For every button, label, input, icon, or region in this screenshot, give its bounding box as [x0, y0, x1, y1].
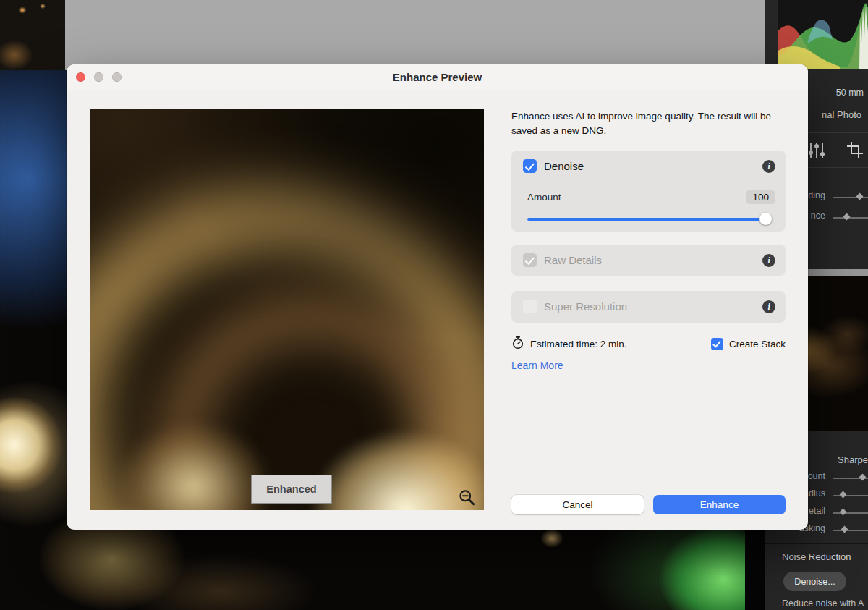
dialog-title: Enhance Preview: [67, 64, 808, 90]
zoom-button[interactable]: [112, 72, 122, 82]
raw-details-checkbox: [523, 253, 537, 267]
denoise-checkbox[interactable]: [523, 159, 537, 173]
learn-more-link[interactable]: Learn More: [511, 360, 563, 371]
histogram[interactable]: [778, 0, 868, 69]
slider-handle[interactable]: [859, 474, 867, 481]
slider-track[interactable]: [833, 495, 868, 496]
create-stack-group: Create Stack: [711, 338, 786, 350]
raw-details-label: Raw Details: [544, 254, 755, 266]
edit-sliders-icon[interactable]: [807, 141, 826, 163]
info-icon[interactable]: i: [762, 300, 775, 313]
cancel-button[interactable]: Cancel: [511, 495, 644, 514]
denoise-card: Denoise i Amount 100: [511, 151, 786, 232]
slider-handle[interactable]: [856, 193, 864, 200]
photo-version-selector[interactable]: nal Photo: [822, 109, 861, 120]
bokeh-dot: [537, 526, 567, 551]
super-resolution-label: Super Resolution: [544, 300, 755, 313]
amount-row: Amount 100: [527, 190, 775, 204]
slider-track[interactable]: [833, 512, 868, 514]
super-resolution-checkbox: [523, 300, 537, 313]
info-icon[interactable]: i: [762, 254, 775, 267]
amount-value[interactable]: 100: [746, 190, 775, 204]
denoise-panel-button[interactable]: Denoise...: [783, 572, 846, 591]
preview-image[interactable]: Enhanced: [90, 109, 484, 510]
sharpen-section-header: Sharpe: [838, 454, 868, 465]
photo-corner: [0, 0, 65, 70]
slider-track[interactable]: [833, 530, 868, 531]
street-light: [39, 3, 46, 9]
denoise-label: Denoise: [544, 160, 755, 172]
enhance-button[interactable]: Enhance: [653, 495, 786, 514]
amount-slider[interactable]: [527, 218, 770, 221]
noise-reduction-caption: Reduce noise with A: [782, 598, 864, 609]
slider-thumb[interactable]: [760, 213, 772, 225]
minimize-button[interactable]: [94, 72, 103, 82]
zoom-out-icon[interactable]: [459, 489, 476, 507]
vignette: [90, 109, 484, 510]
slider-handle[interactable]: [841, 526, 848, 533]
create-stack-label: Create Stack: [729, 339, 786, 350]
divider: [765, 543, 868, 544]
info-icon[interactable]: i: [762, 160, 775, 173]
dialog-description: Enhance uses AI to improve image quality…: [511, 109, 786, 137]
slider-handle[interactable]: [843, 213, 851, 221]
close-button[interactable]: [76, 72, 85, 82]
slider-track[interactable]: [833, 217, 868, 219]
street-light-glow: [0, 36, 38, 70]
raw-details-card: Raw Details i: [511, 245, 786, 276]
amount-label: Amount: [527, 192, 561, 203]
super-resolution-card: Super Resolution i: [511, 291, 786, 323]
focal-length: 50 mm: [836, 88, 864, 98]
crop-icon[interactable]: [846, 141, 864, 161]
enhance-preview-dialog: Enhance Preview Enhanced Enhance uses AI…: [67, 64, 808, 530]
noise-reduction-header: Noise Reduction: [782, 551, 851, 562]
slider-handle[interactable]: [840, 509, 847, 516]
estimated-time-text: Estimated time: 2 min.: [530, 339, 627, 350]
stopwatch-icon: [511, 336, 524, 352]
dialog-titlebar[interactable]: Enhance Preview: [67, 64, 808, 90]
slider-handle[interactable]: [840, 491, 847, 499]
enhanced-badge: Enhanced: [251, 475, 332, 504]
create-stack-checkbox[interactable]: [711, 338, 723, 350]
street-light: [17, 6, 27, 14]
estimated-time-row: Estimated time: 2 min. Create Stack: [511, 336, 786, 352]
